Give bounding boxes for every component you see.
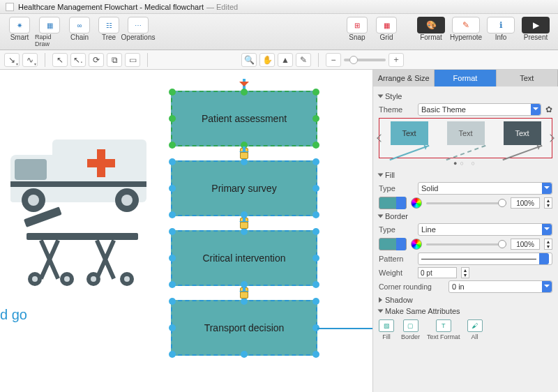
node-primary-survey[interactable]: Primary survey	[171, 160, 317, 216]
weight-input[interactable]: 0 pt	[418, 267, 457, 278]
gear-icon[interactable]: ✿	[545, 105, 552, 114]
main-toolbar: ✷Smart ▦Rapid Draw ∞Chain ☷Tree ⋯Operati…	[0, 14, 558, 50]
toolbar-left-group: ✷Smart ▦Rapid Draw ∞Chain ☷Tree ⋯Operati…	[6, 17, 152, 47]
title-bar: Healthcare Management Flowchart - Medica…	[0, 0, 558, 14]
msa-text-format-button[interactable]: TText Format	[427, 319, 460, 340]
partial-text[interactable]: d go	[0, 307, 27, 323]
corner-rounding-select[interactable]: 0 in	[448, 280, 552, 293]
msa-border-button[interactable]: ▢Border	[401, 319, 420, 340]
present-button[interactable]: ▶Present	[519, 17, 552, 41]
lock-icon	[240, 222, 248, 229]
border-opacity-slider[interactable]	[426, 243, 506, 246]
zoom-out-button[interactable]: −	[326, 53, 341, 67]
brush-icon: 🖌	[467, 319, 483, 332]
corner-rounding-label: Corner rounding	[379, 282, 444, 291]
fill-type-select[interactable]: Solid	[418, 182, 552, 195]
make-same-attributes: ▧Fill ▢Border TText Format 🖌All	[379, 318, 552, 345]
section-make-same-header[interactable]: Make Same Attributes	[379, 307, 552, 315]
style-swatch-3[interactable]: Text	[504, 121, 541, 145]
grid-icon: ▦	[376, 17, 397, 33]
color-wheel-icon[interactable]	[411, 197, 422, 209]
tab-arrange-size[interactable]: Arrange & Size	[373, 70, 435, 86]
border-color-swatch[interactable]	[379, 238, 407, 250]
bulb-icon: ✷	[9, 17, 30, 33]
node-transport-decision[interactable]: Transport decision	[171, 300, 317, 356]
rapid-draw-icon: ▦	[39, 17, 60, 33]
rapid-draw-button[interactable]: ▦Rapid Draw	[35, 17, 64, 47]
msa-all-button[interactable]: 🖌All	[467, 319, 483, 340]
color-wheel-icon[interactable]	[411, 239, 422, 250]
info-button[interactable]: ℹInfo	[484, 17, 518, 41]
section-style-header[interactable]: Style	[379, 92, 552, 100]
tool-strip: ↘▾ ∿▾ ↖ ↖. ⟳ ⧉ ▭ 🔍 ✋ ▲ ✎ − ＋	[0, 50, 558, 70]
rotate-tool[interactable]: ⟳	[89, 53, 104, 67]
connector-right[interactable]	[317, 328, 373, 329]
note-icon: ✎	[452, 17, 480, 33]
chain-button[interactable]: ∞Chain	[66, 17, 93, 47]
section-border-header[interactable]: Border	[379, 212, 552, 220]
hypernote-button[interactable]: ✎Hypernote	[449, 17, 483, 41]
style-swatch-1[interactable]: Text	[391, 121, 428, 145]
border-opacity-stepper[interactable]: ▲▼	[544, 239, 552, 250]
zoom-tool[interactable]: 🔍	[241, 53, 257, 67]
section-shadow-header[interactable]: Shadow	[379, 296, 552, 304]
document-title: Healthcare Management Flowchart - Medica…	[18, 3, 204, 11]
tab-format[interactable]: Format	[435, 70, 496, 86]
edit-points-tool[interactable]: ↖.	[70, 53, 86, 67]
fill-opacity-stepper[interactable]: ▲▼	[544, 197, 552, 209]
weight-label: Weight	[379, 269, 414, 277]
style-swatches: Text Text Text	[379, 118, 552, 158]
snap-icon: ⊞	[347, 17, 368, 33]
document-status: — Edited	[206, 3, 238, 11]
canvas[interactable]: Patient assessment Primary survey Critic…	[0, 70, 373, 392]
zoom-in-button[interactable]: ＋	[389, 53, 404, 67]
pattern-label: Pattern	[379, 255, 414, 263]
draw-line-tool[interactable]: ↘▾	[4, 53, 20, 67]
present-icon: ▶	[522, 17, 550, 33]
crop-tool[interactable]: ⧉	[107, 53, 122, 67]
section-fill-header[interactable]: Fill	[379, 171, 552, 179]
lock-icon	[240, 152, 248, 159]
lock-icon	[240, 292, 248, 299]
stamp-tool[interactable]: ▲	[278, 53, 293, 67]
theme-label: Theme	[379, 105, 414, 114]
format-panel-button[interactable]: 🎨Format	[414, 17, 448, 41]
operations-button[interactable]: ⋯Operations	[124, 17, 152, 47]
grid-button[interactable]: ▦Grid	[372, 17, 400, 41]
inspector-tabs: Arrange & Size Format Text	[373, 70, 558, 86]
node-patient-assessment[interactable]: Patient assessment	[171, 91, 317, 146]
weight-stepper[interactable]: ▲▼	[461, 267, 469, 278]
fill-color-swatch[interactable]	[379, 197, 407, 209]
border-type-select[interactable]: Line	[418, 223, 552, 236]
wallet-tool[interactable]: ▭	[125, 53, 140, 67]
eyedropper-tool[interactable]: ✎	[296, 53, 311, 67]
node-critical-intervention[interactable]: Critical intervention	[171, 230, 317, 286]
palette-icon: 🎨	[417, 17, 445, 33]
pointer-tool[interactable]: ↖	[52, 53, 68, 67]
line-style-2[interactable]	[446, 145, 485, 160]
border-opacity-value[interactable]: 100%	[511, 239, 540, 250]
pattern-select[interactable]	[418, 252, 552, 265]
toolbar-right-group: 🎨Format ✎Hypernote ℹInfo ▶Present	[414, 17, 552, 41]
fill-opacity-slider[interactable]	[426, 202, 506, 204]
theme-select[interactable]: Basic Theme	[418, 103, 541, 116]
tree-button[interactable]: ☷Tree	[95, 17, 123, 47]
draw-curve-tool[interactable]: ∿▾	[22, 53, 38, 67]
line-style-3[interactable]	[502, 145, 542, 160]
ambulance-clipart[interactable]	[10, 140, 146, 202]
msa-fill-button[interactable]: ▧Fill	[379, 319, 394, 340]
tree-icon: ☷	[98, 17, 119, 33]
file-icon	[6, 3, 14, 11]
style-swatch-2[interactable]: Text	[447, 121, 485, 145]
smart-button[interactable]: ✷Smart	[6, 17, 33, 47]
stretcher-clipart[interactable]	[27, 223, 138, 286]
pan-tool[interactable]: ✋	[259, 53, 275, 67]
border-type-label: Type	[379, 225, 414, 234]
fill-opacity-value[interactable]: 100%	[511, 197, 540, 209]
swatch-page-dots[interactable]: ●○ ○	[379, 160, 552, 167]
zoom-slider[interactable]	[344, 59, 386, 61]
tab-text[interactable]: Text	[497, 70, 558, 86]
snap-button[interactable]: ⊞Snap	[343, 17, 371, 41]
line-style-1[interactable]	[389, 145, 429, 160]
text-icon: T	[436, 319, 451, 332]
